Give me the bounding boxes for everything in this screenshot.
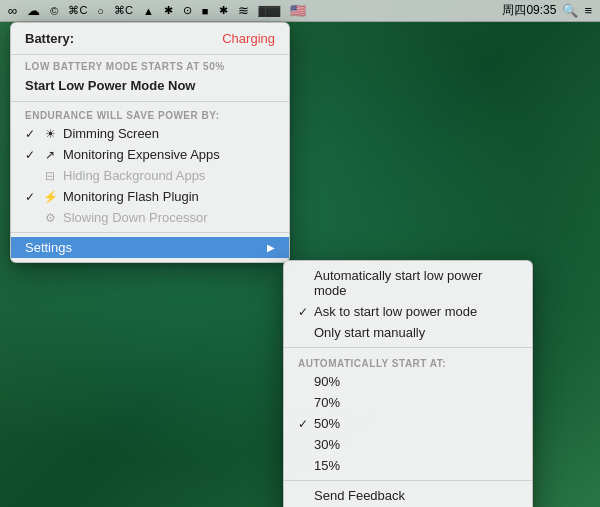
sun-icon: ☀ bbox=[41, 127, 59, 141]
check-ask: ✓ bbox=[298, 305, 314, 319]
wifi-icon[interactable]: ≋ bbox=[238, 3, 249, 18]
pct-90-item[interactable]: 90% bbox=[284, 371, 532, 392]
ask-start-label: Ask to start low power mode bbox=[314, 304, 477, 319]
infinity-icon[interactable]: ∞ bbox=[8, 3, 17, 18]
settings-item[interactable]: Settings ▶ bbox=[11, 237, 289, 258]
flash-plugin-item[interactable]: ✓ ⚡ Monitoring Flash Plugin bbox=[11, 186, 289, 207]
start-low-power-button[interactable]: Start Low Power Mode Now bbox=[11, 74, 289, 97]
pct-15-item[interactable]: 15% bbox=[284, 455, 532, 476]
battery-label: Battery: bbox=[25, 31, 74, 46]
charging-status: Charging bbox=[222, 31, 275, 46]
submenu-arrow: ▶ bbox=[267, 242, 275, 253]
disk-icon[interactable]: ▲ bbox=[143, 5, 154, 17]
dimming-label: Dimming Screen bbox=[63, 126, 159, 141]
target-icon[interactable]: ⊙ bbox=[183, 4, 192, 17]
link-icon[interactable]: ⌘C bbox=[114, 4, 133, 17]
low-battery-warning: LOW BATTERY MODE STARTS AT 50% bbox=[11, 59, 289, 74]
divider-2 bbox=[11, 101, 289, 102]
bt-icon[interactable]: ✱ bbox=[219, 4, 228, 17]
battery-row: Battery: Charging bbox=[11, 27, 289, 50]
flash-icon: ⚡ bbox=[41, 190, 59, 204]
main-dropdown: Battery: Charging LOW BATTERY MODE START… bbox=[10, 22, 290, 263]
divider-3 bbox=[11, 232, 289, 233]
monitoring-label: Monitoring Expensive Apps bbox=[63, 147, 220, 162]
manual-start-item[interactable]: Only start manually bbox=[284, 322, 532, 343]
cmd-icon[interactable]: ⌘C bbox=[68, 4, 87, 17]
monitoring-apps-item[interactable]: ✓ ↗ Monitoring Expensive Apps bbox=[11, 144, 289, 165]
pct-50-item[interactable]: ✓ 50% bbox=[284, 413, 532, 434]
check-50: ✓ bbox=[298, 417, 314, 431]
check-flash: ✓ bbox=[25, 190, 41, 204]
menubar: ∞ ☁ © ⌘C ○ ⌘C ▲ ✱ ⊙ ■ ✱ ≋ ▓▓▓ 🇺🇸 周四09:35… bbox=[0, 0, 600, 22]
square-icon[interactable]: ■ bbox=[202, 5, 209, 17]
pct-70-label: 70% bbox=[314, 395, 340, 410]
flash-label: Monitoring Flash Plugin bbox=[63, 189, 199, 204]
hiding-apps-item[interactable]: ⊟ Hiding Background Apps bbox=[11, 165, 289, 186]
auto-start-item[interactable]: Automatically start low power mode bbox=[284, 265, 532, 301]
circle-icon[interactable]: ○ bbox=[97, 5, 104, 17]
endurance-header: ENDURANCE WILL SAVE POWER BY: bbox=[11, 106, 289, 123]
pct-70-item[interactable]: 70% bbox=[284, 392, 532, 413]
menubar-time: 周四09:35 bbox=[502, 2, 556, 19]
pct-50-label: 50% bbox=[314, 416, 340, 431]
settings-submenu: Automatically start low power mode ✓ Ask… bbox=[283, 260, 533, 507]
list-icon[interactable]: ≡ bbox=[584, 3, 592, 18]
star-icon[interactable]: ✱ bbox=[164, 4, 173, 17]
sub-divider-1 bbox=[284, 347, 532, 348]
processor-label: Slowing Down Processor bbox=[63, 210, 208, 225]
pct-30-label: 30% bbox=[314, 437, 340, 452]
menubar-left: ∞ ☁ © ⌘C ○ ⌘C ▲ ✱ ⊙ ■ ✱ ≋ ▓▓▓ 🇺🇸 bbox=[8, 3, 306, 18]
sub-divider-2 bbox=[284, 480, 532, 481]
battery-icon[interactable]: ▓▓▓ bbox=[259, 5, 281, 16]
send-feedback-label: Send Feedback bbox=[314, 488, 405, 503]
chart-icon: ↗ bbox=[41, 148, 59, 162]
pct-30-item[interactable]: 30% bbox=[284, 434, 532, 455]
monitor-icon: ⊟ bbox=[41, 169, 59, 183]
flag-icon[interactable]: 🇺🇸 bbox=[290, 3, 306, 18]
manual-start-label: Only start manually bbox=[314, 325, 425, 340]
slowing-processor-item[interactable]: ⚙ Slowing Down Processor bbox=[11, 207, 289, 228]
search-icon[interactable]: 🔍 bbox=[562, 3, 578, 18]
send-feedback-item[interactable]: Send Feedback bbox=[284, 485, 532, 506]
check-monitoring: ✓ bbox=[25, 148, 41, 162]
settings-label: Settings bbox=[25, 240, 72, 255]
pct-15-label: 15% bbox=[314, 458, 340, 473]
ask-start-item[interactable]: ✓ Ask to start low power mode bbox=[284, 301, 532, 322]
auto-start-label: Automatically start low power mode bbox=[314, 268, 518, 298]
check-dimming: ✓ bbox=[25, 127, 41, 141]
pct-90-label: 90% bbox=[314, 374, 340, 389]
dimming-screen-item[interactable]: ✓ ☀ Dimming Screen bbox=[11, 123, 289, 144]
copyright-icon[interactable]: © bbox=[50, 5, 58, 17]
processor-icon: ⚙ bbox=[41, 211, 59, 225]
auto-start-header: AUTOMATICALLY START AT: bbox=[284, 352, 532, 371]
hiding-label: Hiding Background Apps bbox=[63, 168, 205, 183]
divider-1 bbox=[11, 54, 289, 55]
cloud-icon[interactable]: ☁ bbox=[27, 3, 40, 18]
menubar-right: 周四09:35 🔍 ≡ bbox=[502, 2, 592, 19]
